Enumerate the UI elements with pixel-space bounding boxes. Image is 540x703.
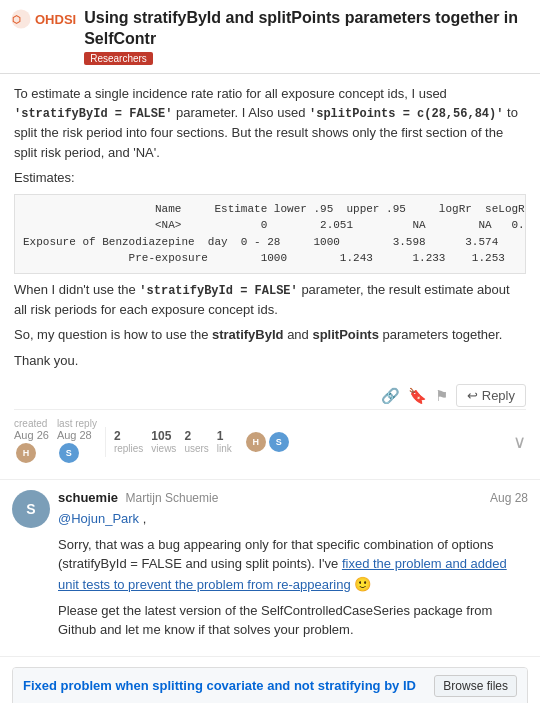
last-reply-label: last reply (57, 418, 97, 429)
commit-title: Fixed problem when splitting covariate a… (23, 678, 416, 693)
meta-replies: 2 replies (114, 429, 143, 454)
svg-text:⬡: ⬡ (12, 14, 21, 25)
bookmark-icon[interactable]: 🔖 (408, 387, 427, 405)
main-post: To estimate a single incidence rate rati… (0, 74, 540, 481)
replies-count: 2 (114, 429, 121, 443)
bold-stratify: stratifyById (212, 327, 284, 342)
flag-icon[interactable]: ⚑ (435, 387, 448, 405)
chain-icon[interactable]: 🔗 (381, 387, 400, 405)
replies-label: replies (114, 443, 143, 454)
researchers-badge: Researchers (84, 52, 153, 65)
meta-divider-1 (105, 427, 106, 457)
browse-files-button[interactable]: Browse files (434, 675, 517, 697)
reply-arrow-icon: ↩ (467, 388, 478, 403)
created-label: created (14, 418, 47, 429)
reply-post: S schuemie Martijn Schuemie Aug 28 @Hoju… (0, 480, 540, 657)
post-title: Using stratifyById and splitPoints param… (84, 8, 530, 50)
meta-last-reply: last reply Aug 28 S (57, 418, 97, 465)
post-header: ⬡ OHDSI Using stratifyById and splitPoin… (0, 0, 540, 74)
avatar-created: H (14, 441, 38, 465)
ohdsi-label: OHDSI (35, 12, 76, 27)
bold-splitpoints: splitPoints (312, 327, 378, 342)
expand-icon[interactable]: ∨ (513, 431, 526, 453)
reply-fullname: Martijn Schuemie (126, 491, 219, 505)
users-label: users (184, 443, 208, 454)
thanks-text: Thank you. (14, 351, 526, 371)
post-meta: created Aug 26 H last reply Aug 28 S 2 r… (14, 409, 526, 469)
reply-button[interactable]: ↩ Reply (456, 384, 526, 407)
page-container: ⬡ OHDSI Using stratifyById and splitPoin… (0, 0, 540, 703)
meta-views: 105 views (151, 429, 176, 454)
fix-link[interactable]: fixed the problem and added unit tests t… (58, 556, 507, 592)
code-stratify-false-2: 'stratifyById = FALSE' (139, 284, 297, 298)
user-avatars: H S (244, 430, 287, 454)
reply-label: Reply (482, 388, 515, 403)
post-actions: 🔗 🔖 ⚑ ↩ Reply (14, 378, 526, 409)
estimates-block: Name Estimate lower .95 upper .95 logRr … (14, 194, 526, 274)
smiley-emoji: 🙂 (354, 576, 371, 592)
reply-username: schuemie (58, 490, 118, 505)
reply-body: @Hojun_Park , Sorry, that was a bug appe… (58, 509, 528, 640)
users-count: 2 (184, 429, 191, 443)
created-date: Aug 26 (14, 429, 49, 441)
views-count: 105 (151, 429, 171, 443)
post-body: To estimate a single incidence rate rati… (14, 84, 526, 371)
meta-users: 2 users (184, 429, 208, 454)
ohdsi-logo-icon: ⬡ (10, 8, 32, 30)
meta-link: 1 link (217, 429, 232, 454)
reply-author-block: schuemie Martijn Schuemie (58, 490, 218, 505)
link-label: link (217, 443, 232, 454)
avatar-user-1: H (244, 430, 268, 454)
commit-header: Fixed problem when splitting covariate a… (13, 668, 527, 703)
code-split-points: 'splitPoints = c(28,56,84)' (309, 107, 503, 121)
code-stratify-false: 'stratifyById = FALSE' (14, 107, 172, 121)
estimates-label: Estimates: (14, 168, 526, 188)
last-reply-date: Aug 28 (57, 429, 92, 441)
avatar-user-2: S (267, 430, 291, 454)
avatar-reply: S (57, 441, 81, 465)
views-label: views (151, 443, 176, 454)
reply-header: schuemie Martijn Schuemie Aug 28 (58, 490, 528, 505)
link-count: 1 (217, 429, 224, 443)
reply-avatar: S (12, 490, 50, 528)
meta-created: created Aug 26 H (14, 418, 49, 465)
ohdsi-logo: ⬡ OHDSI (10, 8, 76, 30)
reply-content: schuemie Martijn Schuemie Aug 28 @Hojun_… (58, 490, 528, 646)
reply-date: Aug 28 (490, 491, 528, 505)
commit-block: Fixed problem when splitting covariate a… (12, 667, 528, 703)
mention[interactable]: @Hojun_Park (58, 511, 139, 526)
